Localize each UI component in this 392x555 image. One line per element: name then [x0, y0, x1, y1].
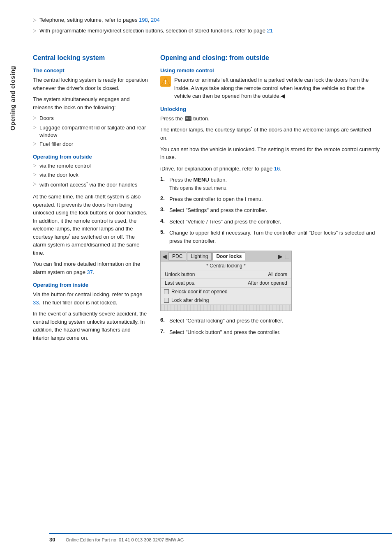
unlocking-setting: You can set how the vehicle is unlocked.… — [160, 145, 380, 161]
bullet-text-memory: With programmable memory/direct selectio… — [39, 27, 273, 35]
idrive-arrow-left-icon: ◀ — [162, 253, 167, 260]
two-col-layout: Central locking system The concept The c… — [33, 46, 380, 345]
bullet-arrow-door-lock: ▷ — [33, 172, 36, 177]
unlocking-press: Press the button. — [160, 115, 380, 123]
idrive-checkbox-lockdrive-label: Lock after driving — [171, 297, 209, 303]
step-4-text: Select "Vehicle / Tires" and press the c… — [169, 218, 281, 226]
bullet-text-door-lock: via the door lock — [39, 171, 78, 179]
op-inside-body2: In the event of a sufficiently severe ac… — [33, 310, 148, 342]
idrive-central-label: * Central locking * — [161, 262, 291, 270]
idrive-checkbox-lockdrive[interactable]: Lock after driving — [161, 296, 291, 305]
idrive-checkbox-relock-box[interactable] — [164, 289, 169, 294]
page-footer: 30 Online Edition for Part no. 01 41 0 0… — [49, 533, 392, 543]
step-7-num: 7. — [160, 328, 167, 334]
op-inside-subheading: Operating from inside — [33, 282, 148, 288]
concept-bullet-fuel: ▷ Fuel filler door — [33, 140, 148, 148]
footer-text: Online Edition for Part no. 01 41 0 013 … — [66, 537, 184, 542]
step-5-text: Change to upper field if necessary. Turn… — [169, 229, 380, 245]
idrive-seat-value: After door opened — [248, 280, 287, 286]
bullet-text-remote: via the remote control — [39, 162, 91, 170]
idrive-widget: ◀ PDC Lighting Door locks ▶ ◫ * Central … — [160, 251, 292, 311]
idrive-row-seat: Last seat pos. After door opened — [161, 279, 291, 288]
concept-bullet-luggage: ▷ Luggage compartment lid or tailgate an… — [33, 124, 148, 139]
concept-body2: The system simultaneously engages and re… — [33, 95, 148, 111]
op-outside-subheading: Operating from outside — [33, 154, 148, 160]
menu-label: MENU — [194, 177, 209, 183]
idrive-unlock-value: All doors — [268, 272, 287, 277]
page-container: Opening and closing ▷ Telephone, setting… — [0, 0, 392, 555]
remote-control-subheading: Using remote control — [160, 67, 380, 74]
step-7-text: Select "Unlock button" and press the con… — [169, 328, 281, 336]
bullet-arrow-2: ▷ — [33, 28, 36, 34]
bullet-text-telephone: Telephone, setting volume, refer to page… — [39, 16, 160, 24]
steps-after-list: 6. Select "Central locking" and press th… — [160, 317, 380, 336]
step-4: 4. Select "Vehicle / Tires" and press th… — [160, 218, 380, 226]
bullet-text-comfort: with comfort access* via the door handle… — [39, 181, 137, 189]
bullet-arrow-comfort: ▷ — [33, 181, 36, 187]
step-6-num: 6. — [160, 317, 167, 323]
op-outside-body1: At the same time, the anti-theft system … — [33, 193, 148, 257]
bullet-arrow-luggage: ▷ — [33, 124, 36, 130]
bullet-text-fuel: Fuel filler door — [39, 140, 73, 148]
op-outside-bullet-door-lock: ▷ via the door lock — [33, 171, 148, 179]
bullet-text-luggage: Luggage compartment lid or tailgate and … — [39, 124, 148, 139]
idrive-settings-icon: ◫ — [284, 253, 290, 260]
concept-body1: The central locking system is ready for … — [33, 76, 148, 92]
idrive-seat-label: Last seat pos. — [165, 280, 196, 286]
op-outside-bullet-remote: ▷ via the remote control — [33, 162, 148, 170]
link-37[interactable]: 37 — [87, 269, 93, 275]
idrive-tab-doorlocks[interactable]: Door locks — [212, 252, 245, 260]
unlocking-lamps: The interior lamps, the courtesy lamps* … — [160, 126, 380, 142]
step-3-num: 3. — [160, 206, 167, 212]
warning-text: Persons or animals left unattended in a … — [174, 76, 380, 100]
op-outside-bullet-comfort: ▷ with comfort access* via the door hand… — [33, 181, 148, 189]
page-number: 30 — [49, 537, 62, 543]
idrive-tab-lighting[interactable]: Lighting — [187, 252, 212, 260]
svg-text:!: ! — [165, 79, 166, 85]
idrive-arrow-right-icon: ▶ — [278, 253, 283, 260]
bullet-arrow-fuel: ▷ — [33, 141, 36, 146]
idrive-checkbox-relock-label: Relock door if not opened — [171, 289, 228, 295]
idrive-image-strip — [161, 305, 291, 311]
idrive-unlock-label: Unlock button — [165, 272, 195, 277]
step-2: 2. Press the controller to open the i me… — [160, 195, 380, 203]
steps-list: 1. Press the MENU button. This opens the… — [160, 176, 380, 245]
step-2-num: 2. — [160, 195, 167, 201]
warning-icon: ! — [160, 76, 171, 87]
bullet-arrow: ▷ — [33, 17, 36, 23]
remote-button-icon — [184, 116, 192, 122]
op-inside-body1: Via the button for central locking, refe… — [33, 290, 148, 306]
step-3: 3. Select "Settings" and press the contr… — [160, 206, 380, 214]
sidebar: Opening and closing — [0, 0, 25, 555]
step-5: 5. Change to upper field if necessary. T… — [160, 229, 380, 245]
concept-bullets: ▷ Doors ▷ Luggage compartment lid or tai… — [33, 115, 148, 148]
idrive-topbar: ◀ PDC Lighting Door locks ▶ ◫ — [161, 251, 291, 262]
warning-box: ! Persons or animals left unattended in … — [160, 76, 380, 100]
idrive-row-unlock: Unlock button All doors — [161, 270, 291, 279]
left-column: Central locking system The concept The c… — [33, 46, 148, 345]
link-16[interactable]: 16 — [274, 166, 280, 172]
warning-triangle-icon: ! — [161, 77, 170, 86]
idrive-checkbox-relock[interactable]: Relock door if not opened — [161, 288, 291, 296]
content-area: ▷ Telephone, setting volume, refer to pa… — [25, 0, 392, 555]
step-3-text: Select "Settings" and press the controll… — [169, 206, 267, 214]
step-6-text: Select "Central locking" and press the c… — [169, 317, 283, 325]
idrive-tab-pdc[interactable]: PDC — [168, 252, 186, 260]
step-1-sub: This opens the start menu. — [169, 185, 228, 192]
link-21[interactable]: 21 — [267, 28, 272, 34]
bullet-text-doors: Doors — [39, 115, 54, 122]
step-1: 1. Press the MENU button. This opens the… — [160, 176, 380, 191]
bullet-item-memory: ▷ With programmable memory/direct select… — [33, 27, 380, 35]
link-198[interactable]: 198 — [139, 17, 148, 23]
sidebar-label: Opening and closing — [9, 66, 16, 131]
step-2-text: Press the controller to open the i menu. — [169, 195, 263, 203]
top-bullets: ▷ Telephone, setting volume, refer to pa… — [33, 16, 380, 35]
link-204[interactable]: 204 — [151, 17, 160, 23]
link-33[interactable]: 33 — [33, 299, 39, 306]
concept-bullet-doors: ▷ Doors — [33, 115, 148, 122]
idrive-checkbox-lockdrive-box[interactable] — [164, 298, 169, 303]
bullet-arrow-remote: ▷ — [33, 163, 36, 168]
central-locking-heading: Central locking system — [33, 54, 148, 62]
step-6: 6. Select "Central locking" and press th… — [160, 317, 380, 325]
step-1-text: Press the MENU button. — [169, 177, 227, 183]
